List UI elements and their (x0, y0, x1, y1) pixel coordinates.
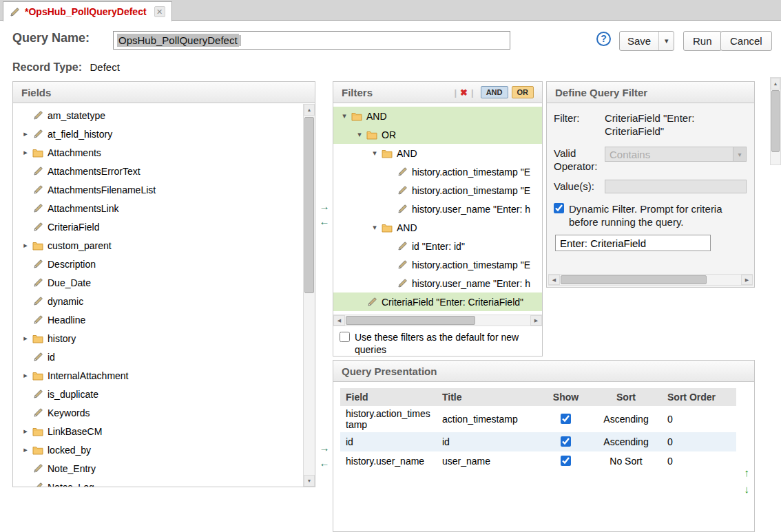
remove-from-filters-icon[interactable]: ← (317, 215, 331, 227)
scroll-left-icon[interactable]: ◀ (333, 315, 345, 326)
field-item[interactable]: ▸at_field_history (13, 125, 303, 143)
default-filters-checkbox[interactable] (340, 332, 350, 342)
field-item[interactable]: Note_Entry (13, 459, 303, 478)
show-checkbox[interactable] (561, 436, 571, 447)
filter-node[interactable]: ▾OR (333, 125, 542, 144)
expand-arrow-icon[interactable]: ▸ (20, 371, 31, 380)
scrollbar-thumb[interactable] (771, 90, 780, 152)
tab-opshub-pollquerydefect[interactable]: *OpsHub_PollQueryDefect ✕ (3, 1, 172, 21)
field-item[interactable]: Description (13, 255, 303, 273)
close-icon[interactable]: ✕ (154, 6, 165, 17)
field-item[interactable]: AttachmentsLink (13, 199, 303, 217)
move-to-presentation-icon[interactable]: → (317, 442, 331, 454)
save-button-label[interactable]: Save (620, 32, 658, 50)
qp-show-cell (540, 435, 592, 449)
field-item[interactable]: Headline (13, 310, 303, 329)
scroll-right-icon[interactable]: ▶ (741, 275, 753, 285)
reorder-up-icon[interactable]: ↑ (744, 467, 750, 478)
filter-node[interactable]: CriteriaField "Enter: CriteriaField" (333, 292, 542, 311)
field-item[interactable]: CriteriaField (13, 217, 303, 236)
cancel-button[interactable]: Cancel (720, 31, 772, 51)
reorder-down-icon[interactable]: ↓ (744, 483, 750, 495)
fields-list: am_statetype▸at_field_history▸Attachment… (13, 106, 303, 487)
expand-arrow-icon[interactable]: ▸ (20, 334, 31, 343)
field-label: id (48, 352, 55, 363)
qp-title-cell: user_name (437, 454, 540, 469)
field-item[interactable]: am_statetype (13, 106, 303, 125)
scroll-up-icon[interactable]: ▲ (304, 104, 315, 116)
field-item[interactable]: ▸history (13, 329, 303, 348)
filter-node[interactable]: history.action_timestamp "E (333, 181, 542, 200)
filter-node-label: AND (397, 148, 417, 159)
scroll-right-icon[interactable]: ▶ (530, 315, 542, 326)
expand-arrow-icon[interactable]: ▸ (20, 241, 31, 250)
filter-node[interactable]: ▾AND (333, 144, 542, 162)
scrollbar-thumb[interactable] (304, 117, 314, 293)
remove-from-presentation-icon[interactable]: ← (317, 457, 331, 469)
filter-node[interactable]: id "Enter: id" (333, 237, 542, 255)
tab-bar: *OpsHub_PollQueryDefect ✕ (0, 0, 781, 21)
collapse-arrow-icon[interactable]: ▾ (369, 223, 380, 232)
define-horizontal-scrollbar[interactable]: ◀ ▶ (548, 274, 753, 286)
filter-node[interactable]: history.user_name "Enter: h (333, 274, 542, 292)
qp-show-cell (540, 454, 592, 468)
scrollbar-thumb[interactable] (561, 275, 707, 284)
field-item[interactable]: id (13, 348, 303, 366)
query-name-input[interactable]: OpsHub_PollQueryDefect (113, 31, 510, 50)
save-button[interactable]: Save ▾ (619, 31, 674, 51)
and-button[interactable]: AND (481, 86, 508, 98)
save-dropdown-icon[interactable]: ▾ (658, 32, 674, 50)
delete-filter-icon[interactable]: ✖ (460, 87, 468, 98)
filter-node[interactable]: history.action_timestamp "E (333, 255, 542, 274)
field-item[interactable]: AttachmentsErrorText (13, 162, 303, 180)
scroll-down-icon[interactable]: ▼ (304, 475, 315, 487)
or-button[interactable]: OR (512, 86, 534, 98)
field-item[interactable]: ▸locked_by (13, 440, 303, 459)
expand-arrow-icon[interactable]: ▸ (20, 129, 31, 138)
filter-node[interactable]: history.user_name "Enter: h (333, 200, 542, 218)
field-item[interactable]: Due_Date (13, 273, 303, 292)
record-type-label: Record Type: (12, 61, 82, 73)
run-button[interactable]: Run (683, 31, 722, 51)
table-row[interactable]: history.action_timestampaction_timestamp… (340, 406, 736, 432)
folder-icon (31, 445, 45, 455)
filter-node[interactable]: history.action_timestamp "E (333, 162, 542, 181)
collapse-arrow-icon[interactable]: ▾ (339, 111, 350, 120)
table-row[interactable]: ididAscending0 (340, 432, 736, 451)
scroll-left-icon[interactable]: ◀ (548, 275, 560, 285)
table-row[interactable]: history.user_nameuser_nameNo Sort0 (340, 451, 736, 471)
expand-arrow-icon[interactable]: ▸ (20, 427, 31, 436)
show-checkbox[interactable] (561, 414, 571, 424)
collapse-arrow-icon[interactable]: ▾ (369, 149, 380, 158)
field-item[interactable]: AttachmentsFilenameList (13, 180, 303, 199)
show-checkbox[interactable] (561, 456, 571, 466)
field-item[interactable]: Notes_Log (13, 478, 303, 487)
field-item[interactable]: ▸Attachments (13, 143, 303, 162)
expand-arrow-icon[interactable]: ▸ (20, 445, 31, 454)
fields-scrollbar[interactable]: ▲ ▼ (303, 104, 315, 487)
field-item[interactable]: is_duplicate (13, 385, 303, 403)
values-input (605, 180, 747, 193)
scrollbar-thumb[interactable] (346, 316, 475, 325)
query-presentation-panel: Query Presentation Field Title Show Sort… (333, 360, 755, 532)
filter-node[interactable]: ▾AND (333, 107, 542, 125)
field-item[interactable]: ▸custom_parent (13, 236, 303, 255)
folder-icon (31, 371, 45, 381)
dynamic-filter-checkbox[interactable] (554, 203, 564, 213)
field-item[interactable]: Keywords (13, 403, 303, 422)
scroll-up-icon[interactable]: ▲ (771, 78, 780, 89)
filter-node[interactable]: ▾AND (333, 218, 542, 237)
filter-value: CriteriaField "Enter: CriteriaField" (605, 111, 747, 138)
field-item[interactable]: dynamic (13, 292, 303, 310)
help-icon[interactable]: ? (596, 32, 611, 46)
expand-arrow-icon[interactable]: ▸ (20, 148, 31, 157)
collapse-arrow-icon[interactable]: ▾ (354, 130, 365, 139)
move-to-filters-icon[interactable]: → (317, 200, 331, 212)
dropdown-arrow-icon: ▾ (733, 147, 746, 161)
field-item[interactable]: ▸LinkBaseCM (13, 422, 303, 440)
page-vertical-scrollbar[interactable]: ▲ (770, 77, 781, 165)
filters-horizontal-scrollbar[interactable]: ◀ ▶ (333, 315, 542, 326)
qp-sort-order-cell: 0 (660, 414, 729, 425)
field-item[interactable]: ▸InternalAttachment (13, 366, 303, 385)
criteria-prompt-input[interactable] (555, 235, 711, 251)
